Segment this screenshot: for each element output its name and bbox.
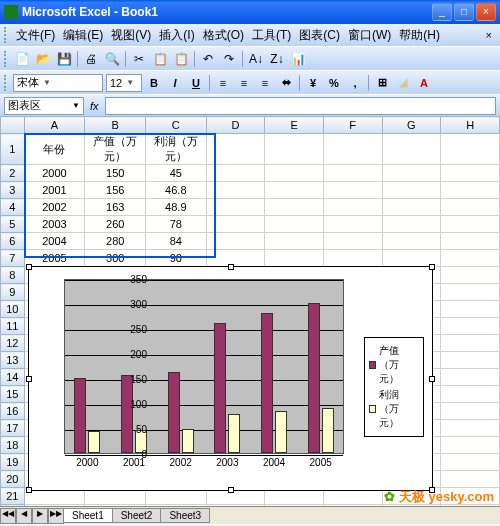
legend-item[interactable]: 利润（万元）: [369, 388, 419, 430]
align-right-button[interactable]: ≡: [256, 74, 274, 92]
cell[interactable]: [323, 505, 382, 507]
col-header[interactable]: A: [24, 117, 85, 134]
cell[interactable]: [441, 284, 500, 301]
resize-handle[interactable]: [26, 376, 32, 382]
menu-item[interactable]: 工具(T): [248, 25, 295, 46]
cell[interactable]: [85, 505, 146, 507]
cell[interactable]: 年份: [24, 134, 85, 165]
sheet-tab[interactable]: Sheet2: [112, 508, 162, 523]
cell[interactable]: [441, 134, 500, 165]
row-header[interactable]: 4: [1, 199, 25, 216]
cell[interactable]: 2003: [24, 216, 85, 233]
resize-handle[interactable]: [26, 487, 32, 493]
menu-item[interactable]: 窗口(W): [344, 25, 395, 46]
cell[interactable]: [265, 505, 324, 507]
new-button[interactable]: 📄: [13, 50, 31, 68]
cell[interactable]: [441, 505, 500, 507]
sheet-tab[interactable]: Sheet1: [63, 508, 113, 523]
align-left-button[interactable]: ≡: [214, 74, 232, 92]
borders-button[interactable]: ⊞: [373, 74, 391, 92]
resize-handle[interactable]: [429, 264, 435, 270]
cell[interactable]: [441, 165, 500, 182]
cell[interactable]: [441, 403, 500, 420]
menu-item[interactable]: 插入(I): [155, 25, 198, 46]
fill-color-button[interactable]: ◢: [394, 74, 412, 92]
cell[interactable]: [206, 182, 265, 199]
resize-handle[interactable]: [26, 264, 32, 270]
chart-bar[interactable]: [88, 431, 100, 454]
cell[interactable]: [441, 250, 500, 267]
cell[interactable]: [265, 182, 324, 199]
undo-button[interactable]: ↶: [199, 50, 217, 68]
cell[interactable]: [24, 505, 85, 507]
percent-button[interactable]: %: [325, 74, 343, 92]
font-color-button[interactable]: A: [415, 74, 433, 92]
cell[interactable]: [441, 454, 500, 471]
cut-button[interactable]: ✂: [130, 50, 148, 68]
font-name-combo[interactable]: 宋体 ▼: [13, 74, 103, 92]
cell[interactable]: [323, 165, 382, 182]
menu-item[interactable]: 编辑(E): [59, 25, 107, 46]
chart-button[interactable]: 📊: [289, 50, 307, 68]
cell[interactable]: [382, 233, 441, 250]
col-header[interactable]: B: [85, 117, 146, 134]
tab-next-button[interactable]: ▶: [32, 508, 48, 524]
row-header[interactable]: 11: [1, 318, 25, 335]
tab-prev-button[interactable]: ◀: [16, 508, 32, 524]
chart-bar[interactable]: [322, 408, 334, 453]
cell[interactable]: [441, 386, 500, 403]
cell[interactable]: [382, 199, 441, 216]
chart-bar[interactable]: [228, 414, 240, 453]
cell[interactable]: 280: [85, 233, 146, 250]
cell[interactable]: 48.9: [146, 199, 207, 216]
row-header[interactable]: 7: [1, 250, 25, 267]
cell[interactable]: 2004: [24, 233, 85, 250]
cell[interactable]: 163: [85, 199, 146, 216]
font-size-combo[interactable]: 12 ▼: [106, 74, 142, 92]
tab-last-button[interactable]: ▶▶: [48, 508, 64, 524]
cell[interactable]: [265, 199, 324, 216]
close-button[interactable]: ×: [476, 3, 496, 21]
row-header[interactable]: 6: [1, 233, 25, 250]
cell[interactable]: 156: [85, 182, 146, 199]
menu-item[interactable]: 图表(C): [295, 25, 344, 46]
cell[interactable]: [206, 165, 265, 182]
cell[interactable]: [323, 134, 382, 165]
preview-button[interactable]: 🔍: [103, 50, 121, 68]
merge-button[interactable]: ⬌: [277, 74, 295, 92]
cell[interactable]: 2002: [24, 199, 85, 216]
menu-item[interactable]: 文件(F): [12, 25, 59, 46]
cell[interactable]: 46.8: [146, 182, 207, 199]
cell[interactable]: [265, 134, 324, 165]
row-header[interactable]: 21: [1, 488, 25, 505]
worksheet-grid[interactable]: ABCDEFGH1年份产值（万元）利润（万元）22000150453200115…: [0, 116, 500, 506]
italic-button[interactable]: I: [166, 74, 184, 92]
cell[interactable]: 45: [146, 165, 207, 182]
chart-legend[interactable]: 产值（万元）利润（万元）: [364, 337, 424, 437]
cell[interactable]: 2001: [24, 182, 85, 199]
cell[interactable]: [382, 216, 441, 233]
redo-button[interactable]: ↷: [220, 50, 238, 68]
tab-first-button[interactable]: ◀◀: [0, 508, 16, 524]
cell[interactable]: [441, 267, 500, 284]
name-box[interactable]: 图表区 ▼: [4, 97, 84, 115]
resize-handle[interactable]: [228, 487, 234, 493]
resize-handle[interactable]: [228, 264, 234, 270]
cell[interactable]: 产值（万元）: [85, 134, 146, 165]
cell[interactable]: 150: [85, 165, 146, 182]
row-header[interactable]: 16: [1, 403, 25, 420]
chart-bar[interactable]: [182, 429, 194, 453]
row-header[interactable]: 1: [1, 134, 25, 165]
row-header[interactable]: 19: [1, 454, 25, 471]
row-header[interactable]: 2: [1, 165, 25, 182]
chart-plot-area[interactable]: [64, 279, 344, 454]
row-header[interactable]: 18: [1, 437, 25, 454]
maximize-button[interactable]: □: [454, 3, 474, 21]
comma-button[interactable]: ,: [346, 74, 364, 92]
embedded-chart[interactable]: 050100150200250300350 200020012002200320…: [28, 266, 433, 491]
menu-item[interactable]: 帮助(H): [395, 25, 444, 46]
cell[interactable]: [382, 182, 441, 199]
cell[interactable]: [382, 505, 441, 507]
chart-bar[interactable]: [74, 378, 86, 453]
row-header[interactable]: 12: [1, 335, 25, 352]
